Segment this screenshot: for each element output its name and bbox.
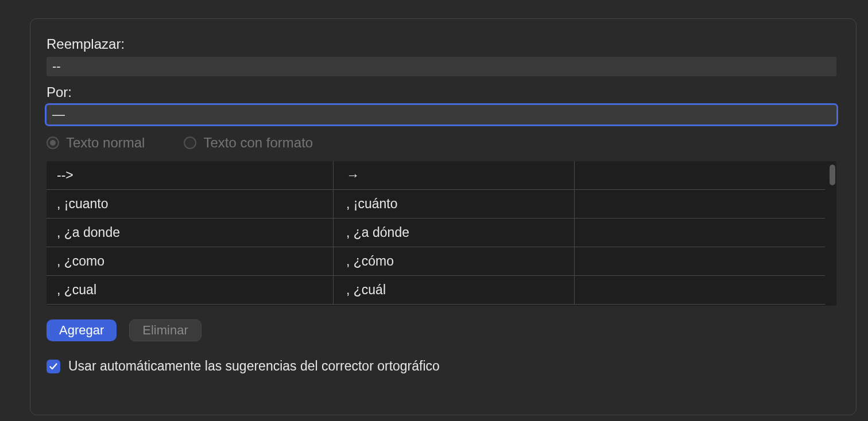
replace-label: Reemplazar: — [46, 36, 836, 52]
table-cell-replace: , ¡cuanto — [46, 190, 334, 218]
table-cell-with: , ¿cómo — [334, 247, 575, 275]
auto-spellcheck-label: Usar automáticamente las sugerencias del… — [68, 358, 440, 374]
with-input[interactable] — [46, 105, 836, 124]
replace-input[interactable] — [46, 57, 836, 76]
table-cell-replace: , ¿cual — [46, 276, 334, 304]
table-cell-with: → — [334, 161, 575, 189]
table-row[interactable]: -->→ — [46, 161, 825, 190]
table-cell-with: , ¡cuánto — [334, 190, 575, 218]
check-icon — [49, 362, 58, 371]
radio-formatted-text[interactable]: Texto con formato — [184, 135, 313, 151]
table-scrollbar[interactable] — [830, 165, 835, 185]
table-row[interactable]: , ¡cuanto, ¡cuánto — [46, 190, 825, 219]
table-cell-replace: , ¿a donde — [46, 219, 334, 247]
table-row[interactable] — [46, 305, 825, 306]
text-format-radio-group: Texto normal Texto con formato — [46, 135, 836, 151]
radio-plain-text[interactable]: Texto normal — [46, 135, 145, 151]
table-cell-replace: , ¿como — [46, 247, 334, 275]
radio-formatted-label: Texto con formato — [203, 135, 313, 151]
delete-button[interactable]: Eliminar — [129, 319, 201, 341]
radio-circle-icon — [46, 137, 59, 149]
table-cell-with: , ¿a dónde — [334, 219, 575, 247]
replace-panel: Reemplazar: Por: Texto normal Texto con … — [30, 18, 857, 415]
with-label: Por: — [46, 84, 836, 100]
table-cell-with: , ¿cuál — [334, 276, 575, 304]
table-row[interactable]: , ¿cual, ¿cuál — [46, 276, 825, 305]
table-row[interactable]: , ¿como, ¿cómo — [46, 247, 825, 276]
replacements-table[interactable]: -->→, ¡cuanto, ¡cuánto, ¿a donde, ¿a dón… — [46, 161, 836, 306]
radio-plain-label: Texto normal — [66, 135, 145, 151]
auto-spellcheck-checkbox[interactable] — [46, 360, 60, 373]
table-cell-replace: --> — [46, 161, 334, 189]
add-button[interactable]: Agregar — [46, 319, 117, 341]
radio-circle-icon — [184, 137, 196, 149]
table-row[interactable]: , ¿a donde, ¿a dónde — [46, 219, 825, 247]
